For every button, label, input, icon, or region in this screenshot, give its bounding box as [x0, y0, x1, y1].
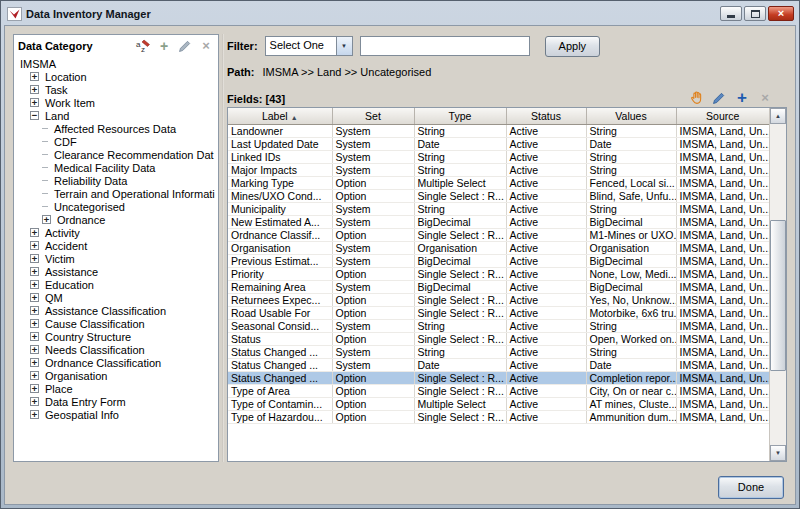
table-cell[interactable]: Type of Area — [228, 384, 332, 397]
table-cell[interactable]: Active — [506, 332, 586, 345]
tree-item[interactable]: +Assistance — [17, 265, 218, 278]
table-cell[interactable]: Option — [332, 189, 414, 202]
table-row[interactable]: Marking TypeOptionMultiple SelectActiveF… — [228, 176, 769, 189]
table-cell[interactable]: Single Select : R... — [414, 189, 506, 202]
table-cell[interactable]: IMSMA, Land, Un... — [676, 371, 769, 384]
table-cell[interactable]: BigDecimal — [586, 280, 676, 293]
table-cell[interactable]: Marking Type — [228, 176, 332, 189]
tree-item[interactable]: +Work Item — [17, 96, 218, 109]
table-cell[interactable]: Active — [506, 319, 586, 332]
tree-item[interactable]: Clearance Recommendation Dat — [17, 148, 218, 161]
table-cell[interactable]: System — [332, 280, 414, 293]
tree-item-label[interactable]: Geospatial Info — [43, 409, 121, 421]
table-cell[interactable]: String — [586, 319, 676, 332]
table-cell[interactable]: Active — [506, 189, 586, 202]
tree-item-label[interactable]: Ordnance Classification — [43, 357, 163, 369]
tree-item-label[interactable]: Education — [43, 279, 96, 291]
table-cell[interactable]: AT mines, Cluste... — [586, 397, 676, 410]
tree-item-label[interactable]: Medical Facility Data — [52, 162, 157, 174]
chevron-down-icon[interactable]: ▼ — [336, 37, 352, 55]
table-cell[interactable]: IMSMA, Land, Un... — [676, 176, 769, 189]
tree-item-label[interactable]: Reliability Data — [52, 175, 129, 187]
table-cell[interactable]: IMSMA, Land, Un... — [676, 319, 769, 332]
tree-item[interactable]: +Accident — [17, 239, 218, 252]
table-cell[interactable]: Date — [586, 137, 676, 150]
tree-item[interactable]: +Geospatial Info — [17, 408, 218, 421]
tree-item[interactable]: +Victim — [17, 252, 218, 265]
tree-item-label[interactable]: Assistance Classification — [43, 305, 168, 317]
expand-icon[interactable]: + — [30, 228, 39, 237]
expand-icon[interactable]: + — [30, 371, 39, 380]
collapse-icon[interactable]: − — [30, 111, 39, 120]
tree-item[interactable]: IMSMA — [17, 57, 218, 70]
table-cell[interactable]: Type of Contamin... — [228, 397, 332, 410]
table-cell[interactable]: Option — [332, 410, 414, 423]
table-cell[interactable]: String — [414, 319, 506, 332]
table-cell[interactable]: BigDecimal — [586, 215, 676, 228]
table-cell[interactable]: IMSMA, Land, Un... — [676, 397, 769, 410]
table-cell[interactable]: Yes, No, Unknow... — [586, 293, 676, 306]
scrollbar-track[interactable] — [770, 124, 786, 445]
tree-item-label[interactable]: Affected Resources Data — [52, 123, 178, 135]
scroll-up-icon[interactable]: ▲ — [770, 108, 786, 124]
table-cell[interactable]: Option — [332, 397, 414, 410]
table-cell[interactable]: Organisation — [414, 241, 506, 254]
tree-item[interactable]: +Needs Classification — [17, 343, 218, 356]
done-button[interactable]: Done — [718, 476, 784, 499]
tree-item-label[interactable]: Task — [43, 84, 70, 96]
table-cell[interactable]: Option — [332, 306, 414, 319]
tree-item[interactable]: +Activity — [17, 226, 218, 239]
reorder-hand-icon[interactable] — [688, 90, 704, 105]
table-cell[interactable]: Landowner — [228, 124, 332, 137]
table-cell[interactable]: Active — [506, 410, 586, 423]
table-cell[interactable]: IMSMA, Land, Un... — [676, 254, 769, 267]
tree-item[interactable]: +QM — [17, 291, 218, 304]
table-row[interactable]: Road Usable ForOptionSingle Select : R..… — [228, 306, 769, 319]
table-cell[interactable]: Completion repor... — [586, 371, 676, 384]
table-row[interactable]: Status Changed ...OptionSingle Select : … — [228, 371, 769, 384]
table-row[interactable]: Returnees Expec...OptionSingle Select : … — [228, 293, 769, 306]
table-cell[interactable]: Active — [506, 397, 586, 410]
expand-icon[interactable]: + — [30, 280, 39, 289]
table-row[interactable]: Previous Estimat...SystemBigDecimalActiv… — [228, 254, 769, 267]
table-row[interactable]: Status Changed ...SystemDateActiveDateIM… — [228, 358, 769, 371]
table-cell[interactable]: Active — [506, 163, 586, 176]
table-cell[interactable]: Motorbike, 6x6 tru... — [586, 306, 676, 319]
table-cell[interactable]: IMSMA, Land, Un... — [676, 228, 769, 241]
table-cell[interactable]: Single Select : R... — [414, 371, 506, 384]
scroll-down-icon[interactable]: ▼ — [770, 445, 786, 461]
table-row[interactable]: Last Updated DateSystemDateActiveDateIMS… — [228, 137, 769, 150]
maximize-button[interactable] — [744, 6, 766, 21]
tree-item-label[interactable]: Country Structure — [43, 331, 133, 343]
table-cell[interactable]: System — [332, 163, 414, 176]
table-cell[interactable]: IMSMA, Land, Un... — [676, 332, 769, 345]
tree-item[interactable]: +Cause Classification — [17, 317, 218, 330]
table-row[interactable]: StatusOptionSingle Select : R...ActiveOp… — [228, 332, 769, 345]
vertical-scrollbar[interactable]: ▲ ▼ — [769, 108, 786, 461]
tree-item-label[interactable]: Uncategorised — [52, 201, 127, 213]
table-cell[interactable]: System — [332, 241, 414, 254]
tree-item[interactable]: +Assistance Classification — [17, 304, 218, 317]
table-cell[interactable]: Multiple Select — [414, 176, 506, 189]
table-cell[interactable]: Active — [506, 241, 586, 254]
table-row[interactable]: Type of Contamin...OptionMultiple Select… — [228, 397, 769, 410]
tree-item-label[interactable]: Needs Classification — [43, 344, 147, 356]
filter-dropdown[interactable]: Select One ▼ — [265, 36, 353, 56]
tree-item[interactable]: +Task — [17, 83, 218, 96]
edit-labels-az-icon[interactable]: az — [135, 38, 151, 53]
table-row[interactable]: Type of AreaOptionSingle Select : R...Ac… — [228, 384, 769, 397]
column-header-source[interactable]: Source — [676, 108, 769, 124]
table-cell[interactable]: Active — [506, 306, 586, 319]
tree-item-label[interactable]: Location — [43, 71, 89, 83]
table-cell[interactable]: Option — [332, 371, 414, 384]
expand-icon[interactable]: + — [30, 410, 39, 419]
table-cell[interactable]: Status Changed ... — [228, 358, 332, 371]
table-cell[interactable]: Blind, Safe, Unfu... — [586, 189, 676, 202]
tree-item-label[interactable]: Clearance Recommendation Dat — [52, 149, 216, 161]
table-cell[interactable]: BigDecimal — [414, 254, 506, 267]
table-cell[interactable]: IMSMA, Land, Un... — [676, 306, 769, 319]
table-cell[interactable]: IMSMA, Land, Un... — [676, 163, 769, 176]
table-row[interactable]: Remaining AreaSystemBigDecimalActiveBigD… — [228, 280, 769, 293]
expand-icon[interactable]: + — [42, 215, 51, 224]
table-cell[interactable]: Municipality — [228, 202, 332, 215]
